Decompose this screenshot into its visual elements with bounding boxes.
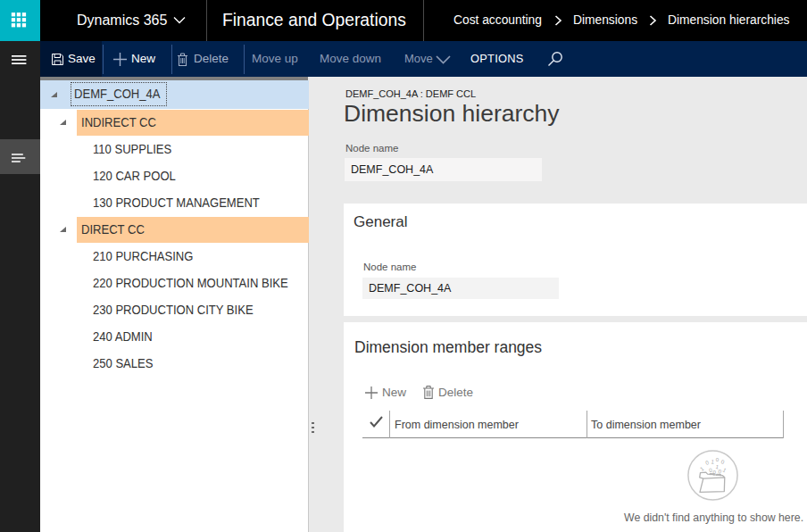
svg-text:0: 0 bbox=[713, 469, 717, 475]
svg-text:1: 1 bbox=[722, 467, 728, 474]
svg-text:1: 1 bbox=[711, 458, 715, 464]
svg-text:0: 0 bbox=[720, 458, 726, 465]
svg-text:1: 1 bbox=[699, 465, 705, 472]
svg-text:0: 0 bbox=[704, 459, 710, 466]
svg-text:0: 0 bbox=[716, 456, 720, 462]
